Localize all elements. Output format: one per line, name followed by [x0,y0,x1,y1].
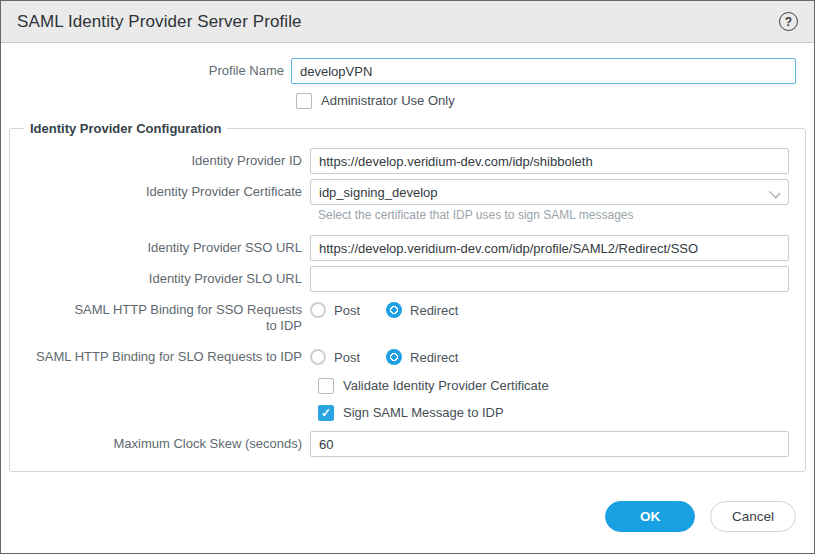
sso-binding-redirect-label: Redirect [410,303,458,318]
slo-url-input[interactable] [310,266,789,292]
slo-binding-options: Post Redirect [310,349,484,365]
admin-only-label: Administrator Use Only [321,93,455,109]
ok-button[interactable]: OK [605,501,695,532]
sso-binding-row: SAML HTTP Binding for SSO Requests to ID… [10,302,789,334]
validate-cert-row: Validate Identity Provider Certificate [318,378,789,394]
admin-only-row: Administrator Use Only [296,93,814,109]
validate-cert-label: Validate Identity Provider Certificate [343,378,549,394]
sign-saml-checkbox[interactable]: ✓ [318,405,334,421]
admin-only-checkbox[interactable] [296,93,312,109]
dialog-header: SAML Identity Provider Server Profile ? [1,1,814,43]
validate-cert-checkbox[interactable] [318,378,334,394]
sso-binding-redirect-radio[interactable] [386,302,402,318]
help-icon[interactable]: ? [779,12,798,31]
dialog-footer: OK Cancel [605,501,796,532]
clock-skew-input[interactable] [310,431,789,457]
clock-skew-row: Maximum Clock Skew (seconds) [10,431,789,457]
idp-id-row: Identity Provider ID [10,148,789,174]
idp-id-input[interactable] [310,148,789,174]
sign-saml-label: Sign SAML Message to IDP [343,405,504,421]
saml-idp-profile-dialog: SAML Identity Provider Server Profile ? … [0,0,815,554]
idp-certificate-label: Identity Provider Certificate [10,184,310,200]
sso-url-label: Identity Provider SSO URL [10,240,310,256]
idp-certificate-row: Identity Provider Certificate idp_signin… [10,179,789,205]
idp-certificate-value: idp_signing_develop [319,185,438,200]
sso-binding-post-radio[interactable] [310,302,326,318]
idp-configuration-group: Identity Provider Configuration Identity… [9,121,806,472]
slo-binding-post-label: Post [334,350,360,365]
sso-url-row: Identity Provider SSO URL [10,235,789,261]
idp-id-label: Identity Provider ID [10,153,310,169]
cancel-button[interactable]: Cancel [710,501,796,532]
slo-url-row: Identity Provider SLO URL [10,266,789,292]
idp-configuration-legend: Identity Provider Configuration [24,121,227,136]
dialog-body: Profile Name Administrator Use Only Iden… [1,43,814,472]
profile-name-input[interactable] [291,58,796,84]
idp-certificate-select[interactable]: idp_signing_develop [310,179,789,205]
sso-binding-options: Post Redirect [310,302,484,318]
sso-binding-post-label: Post [334,303,360,318]
slo-binding-redirect-label: Redirect [410,350,458,365]
clock-skew-label: Maximum Clock Skew (seconds) [10,436,310,452]
idp-certificate-hint: Select the certificate that IDP uses to … [318,208,789,222]
chevron-down-icon [769,188,778,197]
profile-name-label: Profile Name [1,63,291,79]
sso-binding-label: SAML HTTP Binding for SSO Requests to ID… [10,302,310,334]
sso-url-input[interactable] [310,235,789,261]
dialog-title: SAML Identity Provider Server Profile [17,12,302,32]
profile-name-row: Profile Name [1,58,814,84]
slo-binding-redirect-radio[interactable] [386,349,402,365]
slo-binding-label: SAML HTTP Binding for SLO Requests to ID… [10,349,310,365]
slo-url-label: Identity Provider SLO URL [10,271,310,287]
slo-binding-row: SAML HTTP Binding for SLO Requests to ID… [10,349,789,365]
slo-binding-post-radio[interactable] [310,349,326,365]
sign-saml-row: ✓ Sign SAML Message to IDP [318,405,789,421]
